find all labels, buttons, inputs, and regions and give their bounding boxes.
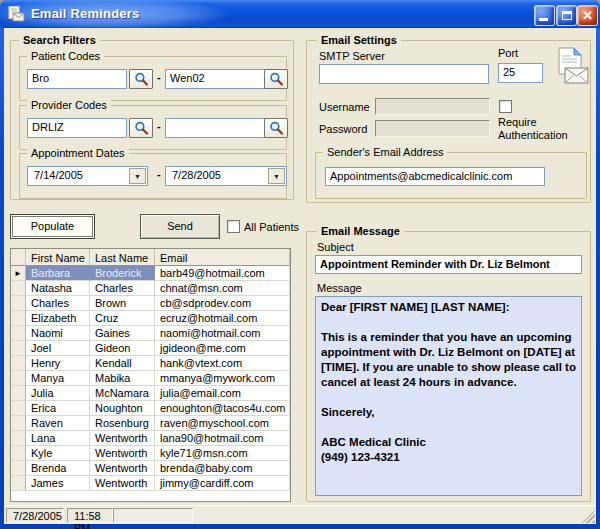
grid-cell[interactable]: barb49@hotmail.com — [155, 266, 290, 281]
populate-button[interactable]: Populate — [10, 214, 95, 239]
grid-cell[interactable]: chnat@msn.com — [155, 281, 290, 296]
column-header-first-name[interactable]: First Name — [26, 249, 90, 266]
send-button[interactable]: Send — [140, 214, 220, 239]
grid-cell[interactable]: Broderick — [90, 266, 155, 281]
sender-email-field[interactable]: Appointments@abcmedicalclinic.com — [325, 167, 545, 186]
provider-code-from-lookup-button[interactable] — [129, 118, 153, 138]
require-auth-checkbox[interactable] — [499, 100, 512, 113]
date-to-combobox[interactable]: 7/28/2005 ▼ — [165, 166, 287, 186]
grid-cell[interactable]: Charles — [26, 296, 90, 311]
grid-cell[interactable]: jimmy@cardiff.com — [155, 476, 290, 491]
grid-cell[interactable]: Naomi — [26, 326, 90, 341]
titlebar[interactable]: Email Reminders ✕ — [0, 0, 600, 28]
grid-cell[interactable]: Gaines — [90, 326, 155, 341]
minimize-button[interactable] — [534, 5, 555, 26]
grid-cell[interactable]: Rosenburg — [90, 416, 155, 431]
grid-cell[interactable]: cb@sdprodev.com — [155, 296, 290, 311]
close-button[interactable]: ✕ — [577, 5, 598, 26]
grid-cell[interactable]: brenda@baby.com — [155, 461, 290, 476]
patient-code-from-lookup-button[interactable] — [129, 69, 153, 89]
grid-cell[interactable]: Barbara — [26, 266, 90, 281]
grid-cell[interactable]: Kyle — [26, 446, 90, 461]
table-row[interactable]: BrendaWentworthbrenda@baby.com — [11, 461, 290, 476]
chevron-down-icon[interactable]: ▼ — [129, 168, 146, 184]
grid-cell[interactable]: James — [26, 476, 90, 491]
all-patients-checkbox[interactable] — [227, 220, 240, 233]
table-row[interactable]: KyleWentworthkyle71@msn.com — [11, 446, 290, 461]
row-selector[interactable] — [11, 401, 26, 416]
row-selector[interactable] — [11, 446, 26, 461]
row-selector[interactable] — [11, 431, 26, 446]
smtp-server-field[interactable] — [319, 64, 489, 84]
table-row[interactable]: JoelGideonjgideon@me.com — [11, 341, 290, 356]
port-field[interactable]: 25 — [498, 63, 543, 83]
table-row[interactable]: JuliaMcNamarajulia@email.com — [11, 386, 290, 401]
message-box[interactable]: Dear [FIRST NAME] [LAST NAME]: This is a… — [315, 296, 582, 496]
table-row[interactable]: EricaNoughtonenoughton@tacos4u.com — [11, 401, 290, 416]
patient-code-to-field[interactable]: Wen02 — [165, 69, 265, 89]
grid-cell[interactable]: Kendall — [90, 356, 155, 371]
patients-grid[interactable]: First Name Last Name Email ►BarbaraBrode… — [10, 248, 291, 502]
date-from-combobox[interactable]: 7/14/2005 ▼ — [27, 166, 148, 186]
grid-cell[interactable]: raven@myschool.com — [155, 416, 290, 431]
column-header-last-name[interactable]: Last Name — [90, 249, 155, 266]
provider-code-from-field[interactable]: DRLIZ — [27, 118, 127, 138]
table-row[interactable]: ►BarbaraBroderickbarb49@hotmail.com — [11, 266, 290, 281]
grid-cell[interactable]: Mabika — [90, 371, 155, 386]
grid-cell[interactable]: Noughton — [90, 401, 155, 416]
patient-code-to-lookup-button[interactable] — [264, 69, 288, 89]
grid-cell[interactable]: Cruz — [90, 311, 155, 326]
row-selector[interactable] — [11, 461, 26, 476]
grid-cell[interactable]: McNamara — [90, 386, 155, 401]
table-row[interactable]: RavenRosenburgraven@myschool.com — [11, 416, 290, 431]
subject-field[interactable]: Appointment Reminder with Dr. Liz Belmon… — [315, 255, 582, 274]
row-selector[interactable] — [11, 356, 26, 371]
grid-cell[interactable]: julia@email.com — [155, 386, 290, 401]
table-row[interactable]: NaomiGainesnaomi@hotmail.com — [11, 326, 290, 341]
grid-cell[interactable]: Brown — [90, 296, 155, 311]
chevron-down-icon[interactable]: ▼ — [268, 168, 285, 184]
grid-cell[interactable]: lana90@hotmail.com — [155, 431, 290, 446]
row-selector[interactable] — [11, 296, 26, 311]
grid-cell[interactable]: Wentworth — [90, 431, 155, 446]
grid-cell[interactable]: naomi@hotmail.com — [155, 326, 290, 341]
row-selector[interactable] — [11, 476, 26, 491]
grid-cell[interactable]: hank@vtext.com — [155, 356, 290, 371]
grid-cell[interactable]: Erica — [26, 401, 90, 416]
grid-cell[interactable]: Natasha — [26, 281, 90, 296]
provider-code-to-field[interactable] — [165, 118, 265, 138]
grid-cell[interactable]: kyle71@msn.com — [155, 446, 290, 461]
grid-cell[interactable]: Lana — [26, 431, 90, 446]
grid-cell[interactable]: mmanya@mywork.com — [155, 371, 290, 386]
table-row[interactable]: HenryKendallhank@vtext.com — [11, 356, 290, 371]
row-selector[interactable] — [11, 371, 26, 386]
row-selector[interactable]: ► — [11, 266, 26, 281]
row-selector[interactable] — [11, 281, 26, 296]
table-row[interactable]: JamesWentworthjimmy@cardiff.com — [11, 476, 290, 491]
password-field[interactable] — [375, 120, 490, 137]
row-selector[interactable] — [11, 326, 26, 341]
username-field[interactable] — [375, 98, 490, 115]
row-selector[interactable] — [11, 341, 26, 356]
grid-cell[interactable]: Gideon — [90, 341, 155, 356]
resize-grip-icon[interactable] — [582, 510, 595, 523]
grid-cell[interactable]: Manya — [26, 371, 90, 386]
column-header-email[interactable]: Email — [155, 249, 290, 266]
grid-cell[interactable]: Raven — [26, 416, 90, 431]
grid-cell[interactable]: enoughton@tacos4u.com — [155, 401, 290, 416]
row-selector[interactable] — [11, 416, 26, 431]
table-row[interactable]: LanaWentworthlana90@hotmail.com — [11, 431, 290, 446]
grid-cell[interactable]: Wentworth — [90, 461, 155, 476]
grid-cell[interactable]: Charles — [90, 281, 155, 296]
grid-cell[interactable]: Wentworth — [90, 476, 155, 491]
grid-cell[interactable]: Brenda — [26, 461, 90, 476]
grid-cell[interactable]: jgideon@me.com — [155, 341, 290, 356]
grid-cell[interactable]: Elizabeth — [26, 311, 90, 326]
table-row[interactable]: ManyaMabikammanya@mywork.com — [11, 371, 290, 386]
grid-cell[interactable]: Henry — [26, 356, 90, 371]
table-row[interactable]: ElizabethCruzecruz@hotmail.com — [11, 311, 290, 326]
maximize-button[interactable] — [556, 5, 577, 26]
provider-code-to-lookup-button[interactable] — [264, 118, 288, 138]
grid-cell[interactable]: Joel — [26, 341, 90, 356]
grid-cell[interactable]: Julia — [26, 386, 90, 401]
